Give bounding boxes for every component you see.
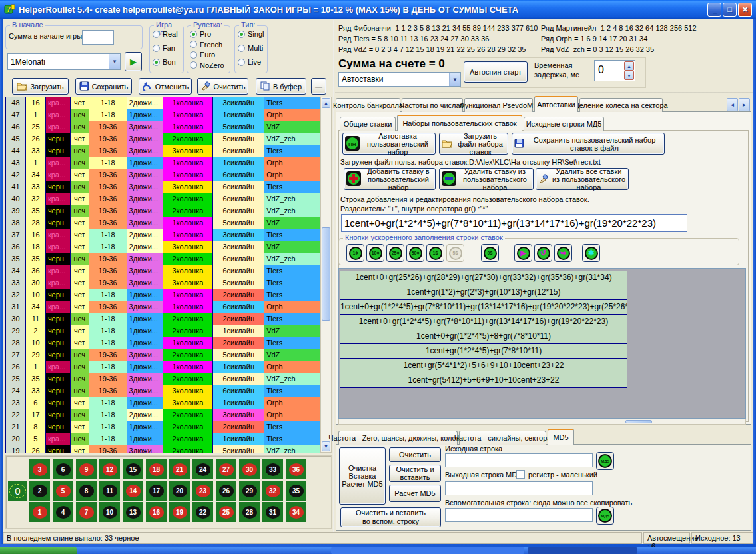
board-number-1[interactable]: 1	[29, 502, 50, 522]
tab-sub-2[interactable]: Исходные строки МД5	[524, 117, 604, 131]
bet-list-item[interactable]: 1cent+0+gr(1*2*4*5)+8+gr(7*8*10*11)	[340, 329, 627, 344]
tab-main-1[interactable]: Частоты по числам	[402, 98, 463, 112]
toolbar-minus-button[interactable]: —	[311, 78, 326, 95]
chevron-down-icon[interactable]: ▼	[109, 54, 120, 69]
spin-table-row[interactable]: 3828чернчет19-363дюжи...1колонка5сиклайн…	[6, 217, 320, 229]
radio-icon[interactable]	[190, 51, 197, 59]
bet-list-hscrollbar[interactable]	[338, 419, 746, 425]
radio-icon[interactable]	[153, 59, 160, 66]
radio-icon[interactable]	[153, 45, 160, 52]
quick-coin-1$-button[interactable]: 1$	[426, 244, 444, 262]
toolbar-copy-button[interactable]: В буфер	[256, 78, 306, 95]
board-number-29[interactable]: 29	[239, 481, 260, 501]
taskbar-item[interactable]	[331, 547, 524, 554]
radio-option-Euro[interactable]: Euro	[190, 51, 215, 59]
board-number-21[interactable]: 21	[169, 459, 190, 479]
spin-table-row[interactable]: 4234кра...чет19-363дюжи...1колонка6сикла…	[6, 169, 320, 181]
spin-table-row[interactable]: 3716кра...чет1-182дюжи...1колонка3сиклай…	[6, 229, 320, 241]
board-number-22[interactable]: 22	[192, 502, 213, 522]
scroll-up-icon[interactable]: ▲	[322, 98, 330, 108]
board-number-3[interactable]: 3	[29, 459, 50, 479]
board-zero-cell[interactable]: 0	[8, 481, 27, 501]
radio-option-NoZero[interactable]: NoZero	[190, 61, 224, 69]
radio-icon[interactable]	[238, 31, 245, 38]
board-number-34[interactable]: 34	[286, 502, 306, 522]
case-checkbox[interactable]	[516, 470, 525, 479]
start-sum-input[interactable]	[82, 30, 114, 45]
quick-coin-10¢-button[interactable]: 10¢	[366, 244, 384, 262]
bet-list-item[interactable]: 1cent+gr(1*2)+gr(2*3)+gr(10*13)+gr(12*15…	[340, 285, 627, 300]
spin-table-row[interactable]: 3535черннеч19-363дюжи...2колонка6сиклайн…	[6, 253, 320, 265]
toolbar-undo-button[interactable]: Отменить	[139, 78, 192, 95]
board-number-24[interactable]: 24	[192, 459, 213, 479]
delay-spinner[interactable]: 0 ▲ ▼	[594, 60, 635, 81]
quick-coin-1¢-button[interactable]: 1¢	[346, 244, 364, 262]
radio-icon[interactable]	[190, 61, 197, 69]
spin-table-row[interactable]: 3134кра...чет19-363дюжи...1колонка6сикла…	[6, 301, 320, 313]
spin-table-row[interactable]: 3436кра...чет19-363дюжи...3колонка6сикла…	[6, 265, 320, 277]
spin-table-row[interactable]: 2217черннеч1-182дюжи...2колонка3сиклайнO…	[6, 409, 320, 421]
tab-sub-1[interactable]: Наборы пользовательских ставок	[397, 115, 522, 131]
board-number-16[interactable]: 16	[146, 502, 167, 522]
board-number-23[interactable]: 23	[192, 481, 213, 501]
tab-main-0[interactable]: Контроль банкролла	[336, 98, 400, 112]
spin-table-row[interactable]: 3618кра...чет1-182дюжи...3колонка3сиклай…	[6, 241, 320, 253]
run-strategy-button[interactable]: ▶	[125, 52, 142, 71]
quick-coin-50¢-button[interactable]: 50¢	[406, 244, 424, 262]
spin-table-row[interactable]: 431кра...неч1-181дюжи...1колонка1сиклайн…	[6, 157, 320, 169]
spin-table-row[interactable]: 4433черннеч19-363дюжи...3колонка6сиклайн…	[6, 145, 320, 157]
board-number-11[interactable]: 11	[99, 481, 120, 501]
spin-table-row[interactable]: 2729черннеч19-363дюжи...2колонка5сиклайн…	[6, 349, 320, 361]
tab-scroll-right-icon[interactable]: ►	[739, 98, 750, 111]
md5-calc-aux-button[interactable]: МД5	[596, 507, 614, 525]
bets-pn-circle-button[interactable]: ПНАвтоставка пользовательский набор	[342, 133, 436, 155]
md5-aux-input[interactable]	[445, 508, 593, 522]
radio-option-Fan[interactable]: Fan	[153, 44, 175, 52]
radio-icon[interactable]	[153, 31, 160, 38]
spin-table-row[interactable]: 205кра...неч1-181дюжи...2колонка1сиклайн…	[6, 433, 320, 445]
spin-table-row[interactable]: 3935черннеч19-363дюжи...2колонка6сиклайн…	[6, 205, 320, 217]
radio-option-Multi[interactable]: Multi	[238, 44, 263, 52]
board-number-20[interactable]: 20	[169, 481, 190, 501]
radio-option-Singl[interactable]: Singl	[238, 30, 264, 38]
tab-main-3[interactable]: Автоставки	[534, 96, 578, 112]
quick-coin-0$-button[interactable]: 0$	[481, 244, 499, 262]
tab-freq-1[interactable]: Частота - сиклайны, сектора	[459, 431, 546, 445]
tab-freq-0[interactable]: Частота - Zero, шансы, дюжины, колонки	[338, 431, 458, 445]
bet-list-item[interactable]: 1cent+gr(5*4*1*2)+5+6+9+10+10cent+23+22	[340, 359, 627, 373]
md5-source-input[interactable]	[445, 453, 593, 467]
bets-save-disk-button[interactable]: Сохранить пользовательский набор ставок …	[512, 133, 665, 155]
board-number-32[interactable]: 32	[262, 481, 283, 501]
start-button-fragment[interactable]	[0, 547, 77, 554]
toolbar-open-folder-button[interactable]: Загрузить	[12, 78, 69, 95]
chevron-down-icon[interactable]: ▼	[449, 73, 460, 86]
spin-table-row[interactable]: 3011черннеч1-181дюжи...2колонка2сиклайнT…	[6, 313, 320, 325]
quick-play-button[interactable]: ▶	[514, 244, 532, 262]
title-bar[interactable]: 7 HelperRoullet 5.4- create helperroulle…	[0, 0, 756, 19]
radio-option-Pro[interactable]: Pro	[190, 30, 211, 38]
board-number-5[interactable]: 5	[53, 481, 73, 501]
spin-table-row[interactable]: 261кра...неч1-181дюжи...1колонка1сиклайн…	[6, 361, 320, 373]
spin-table-row[interactable]: 4133черннеч19-363дюжи...3колонка6сиклайн…	[6, 181, 320, 193]
quick-shuffle-button[interactable]: ➥	[554, 244, 572, 262]
spin-table-row[interactable]: 2535черннеч19-363дюжи...2колонка6сиклайн…	[6, 373, 320, 385]
spin-table-row[interactable]: 2810чернчет1-181дюжи...1колонка2сиклайнT…	[6, 337, 320, 349]
bet-list-item[interactable]: 1cent+0+gr(1*2*4*5)+gr(7*8*10*11)+gr(13*…	[340, 300, 627, 315]
toolbar-clear-brush-button[interactable]: Очистить	[197, 78, 248, 95]
radio-option-Live[interactable]: Live	[238, 58, 261, 66]
hscroll-thumb[interactable]	[625, 420, 652, 423]
board-number-19[interactable]: 19	[169, 502, 190, 522]
tab-freq-2[interactable]: MD5	[548, 429, 574, 445]
board-number-2[interactable]: 2	[29, 481, 50, 501]
strategy-combo[interactable]: 1Melonati ▼	[7, 53, 121, 70]
bets-minus-circle-button[interactable]: Удалить ставку из пользовательского набо…	[439, 168, 534, 190]
board-number-17[interactable]: 17	[146, 481, 167, 501]
spin-table-row[interactable]: 218чернчет1-181дюжи...2колонка2сиклайнTi…	[6, 421, 320, 433]
spin-table-row[interactable]: 4032кра...чет19-363дюжи...2колонка6сикла…	[6, 193, 320, 205]
bets-plus-circle-button[interactable]: Добавить ставку в пользовательский набор	[344, 168, 436, 190]
board-number-12[interactable]: 12	[99, 459, 120, 479]
mode-combo[interactable]: Автоставки ▼	[338, 72, 461, 87]
board-number-8[interactable]: 8	[76, 481, 97, 501]
board-number-27[interactable]: 27	[216, 459, 236, 479]
spin-table-scrollbar[interactable]: ▲ ▼	[320, 97, 332, 453]
